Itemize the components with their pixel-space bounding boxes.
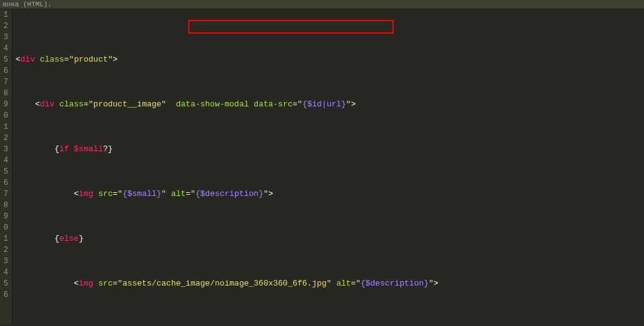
code-line: {/if} [16,323,644,325]
line-number: 8 [0,200,8,211]
highlight-annotation [188,20,394,34]
line-number: 4 [0,267,8,278]
line-number-gutter: 1 2 3 4 5 6 7 8 9 0 1 2 3 4 5 6 7 8 9 0 … [0,9,12,325]
line-number: 6 [0,289,8,300]
line-number: 4 [0,43,8,54]
line-number: 5 [0,166,8,177]
code-line: <img src="assets/cache_image/noimage_360… [16,278,644,289]
line-number: 6 [0,65,8,77]
code-line: <div class="product__image" data-show-mo… [16,99,644,110]
code-line: <div class="product"> [16,54,644,65]
line-number: 9 [0,99,8,110]
line-number: 0 [0,110,8,121]
line-number: 1 [0,9,8,21]
line-number: 2 [0,244,8,256]
line-number: 3 [0,144,8,155]
line-number: 2 [0,21,8,32]
code-editor: 1 2 3 4 5 6 7 8 9 0 1 2 3 4 5 6 7 8 9 0 … [0,9,644,325]
line-number: 3 [0,256,8,267]
line-number: 6 [0,177,8,189]
line-number: 7 [0,77,8,88]
line-number: 7 [0,189,8,200]
line-number: 5 [0,278,8,289]
line-number: 9 [0,211,8,222]
line-number: 8 [0,88,8,99]
line-number: 2 [0,133,8,144]
code-area[interactable]: <div class="product"> <div class="produc… [12,9,644,325]
line-number: 4 [0,155,8,166]
line-number: 1 [0,121,8,133]
line-number: 0 [0,222,8,233]
line-number: 5 [0,54,8,65]
editor-tab-header: анка (HTML). [0,0,644,9]
code-line: <img src="{$small}" alt="{$description}"… [16,189,644,200]
line-number: 3 [0,32,8,43]
line-number: 1 [0,233,8,244]
code-line: {if $small?} [16,144,644,155]
code-line: {else} [16,233,644,244]
